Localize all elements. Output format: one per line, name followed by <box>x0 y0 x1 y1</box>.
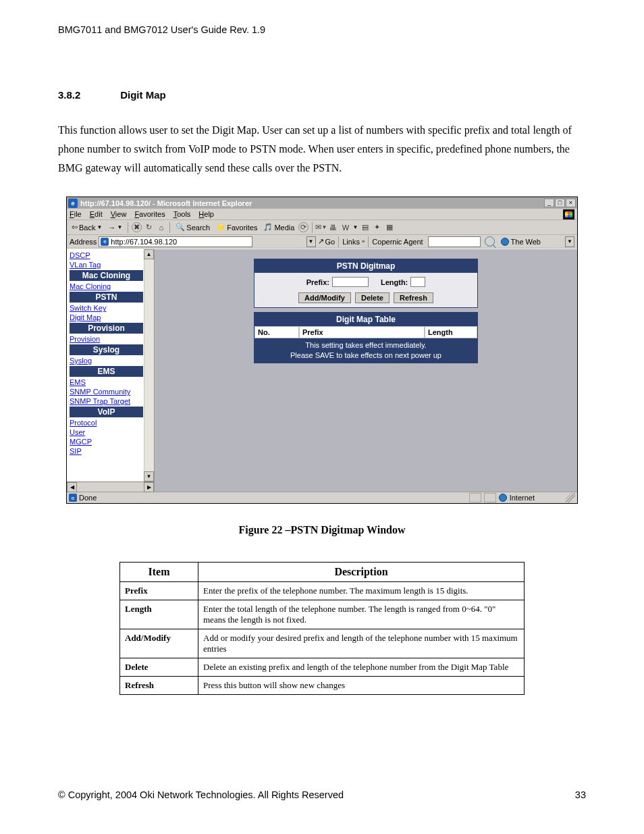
section-number: 3.8.2 <box>58 89 117 101</box>
minimize-button[interactable]: _ <box>544 199 554 207</box>
go-button[interactable]: ↗Go <box>318 237 336 246</box>
table-row: DeleteDelete an existing prefix and leng… <box>120 658 525 677</box>
sidebar-item[interactable]: SNMP Community <box>70 387 143 396</box>
mail-icon[interactable]: ✉▼ <box>316 222 326 232</box>
sidebar-scrollbar[interactable] <box>144 259 154 471</box>
sidebar-item[interactable]: SIP <box>70 446 143 456</box>
window-title: http://67.104.98.120/ - Microsoft Intern… <box>80 199 544 207</box>
favorites-label: Favorites <box>227 224 257 232</box>
sidebar-item[interactable]: DSCP <box>70 251 143 260</box>
prefix-input[interactable] <box>332 277 369 287</box>
figure-caption: Figure 22 –PSTN Digitmap Window <box>58 524 586 536</box>
footer-copyright: © Copyright, 2004 Oki Network Technologi… <box>58 789 344 800</box>
length-label: Length: <box>381 278 408 286</box>
scroll-down-button[interactable]: ▼ <box>144 471 154 481</box>
delete-button[interactable]: Delete <box>355 292 390 303</box>
maximize-button[interactable]: □ <box>555 199 565 207</box>
main-pane: PSTN Digitmap Prefix: Length: Add/Modify… <box>155 249 577 492</box>
table-row: LengthEnter the total length of the tele… <box>120 600 525 629</box>
favorites-button[interactable]: ⭐Favorites <box>214 222 259 232</box>
ie-page-icon: e <box>101 238 109 246</box>
history-icon[interactable]: ⟳ <box>298 222 308 232</box>
search-label: Search <box>186 224 210 232</box>
resize-grip-icon[interactable] <box>566 493 575 502</box>
sidebar-item[interactable]: User <box>70 427 143 437</box>
col-no: No. <box>254 326 299 338</box>
the-web-label: The Web <box>511 238 541 246</box>
menu-item-edit[interactable]: Edit <box>90 210 103 218</box>
status-slot-2 <box>484 493 496 502</box>
menu-item-view[interactable]: View <box>111 210 127 218</box>
links-label[interactable]: Links <box>342 238 360 246</box>
table-row: PrefixEnter the prefix of the telephone … <box>120 582 525 600</box>
sidebar-header: Syslog <box>70 344 143 355</box>
related-icon[interactable]: ✦ <box>372 222 382 232</box>
sidebar-item[interactable]: MGCP <box>70 437 143 446</box>
stop-icon[interactable]: ✖ <box>132 222 142 232</box>
section-paragraph: This function allows user to set the Dig… <box>58 121 586 178</box>
menu-item-tools[interactable]: Tools <box>173 210 191 218</box>
sidebar-item[interactable]: Digit Map <box>70 313 143 322</box>
sidebar-horizontal-scrollbar[interactable]: ◀ ▶ <box>67 481 154 492</box>
prefix-label: Prefix: <box>306 278 329 286</box>
status-slot-1 <box>469 493 481 502</box>
desc-text: Enter the prefix of the telephone number… <box>198 582 525 600</box>
desc-item: Delete <box>120 658 198 677</box>
back-button[interactable]: ⇦ Back ▼ <box>70 222 104 232</box>
notepad-icon[interactable]: ▤ <box>360 222 370 232</box>
length-input[interactable] <box>410 277 425 287</box>
address-dropdown-button[interactable]: ▼ <box>306 236 316 247</box>
desc-item: Length <box>120 600 198 629</box>
menu-item-help[interactable]: Help <box>198 210 214 218</box>
desc-item: Refresh <box>120 677 198 695</box>
menu-item-file[interactable]: File <box>70 210 82 218</box>
print-icon[interactable]: 🖶 <box>328 222 338 232</box>
extra-icon[interactable]: ▦ <box>384 222 394 232</box>
description-table: Item Description PrefixEnter the prefix … <box>119 562 525 695</box>
sidebar-header: EMS <box>70 366 143 377</box>
menubar: FileEditViewFavoritesToolsHelp <box>67 209 577 220</box>
refresh-icon[interactable]: ↻ <box>144 222 154 232</box>
sidebar-item[interactable]: Provision <box>70 334 143 344</box>
running-header: BMG7011 and BMG7012 User's Guide Rev. 1.… <box>58 24 586 35</box>
word-icon[interactable]: W <box>340 222 350 232</box>
table-row: RefreshPress this button will show new c… <box>120 677 525 695</box>
sidebar-item[interactable]: Switch Key <box>70 303 143 313</box>
desc-item: Add/Modify <box>120 629 198 658</box>
desc-header-desc: Description <box>198 563 525 582</box>
refresh-button[interactable]: Refresh <box>394 292 433 303</box>
desc-text: Press this button will show new changes <box>198 677 525 695</box>
sidebar-item[interactable]: EMS <box>70 377 143 387</box>
scroll-left-button[interactable]: ◀ <box>67 482 77 492</box>
media-button[interactable]: 🎵Media <box>261 222 296 232</box>
section-heading: 3.8.2 Digit Map <box>58 89 586 101</box>
address-input[interactable]: e http://67.104.98.120 <box>99 236 252 247</box>
copernic-input[interactable] <box>428 236 481 247</box>
note-line-1: This setting takes effect immediately. <box>257 340 475 350</box>
the-web-selector[interactable]: The Web <box>501 238 541 246</box>
sidebar-item[interactable]: SNMP Trap Target <box>70 396 143 406</box>
dropdown-icon[interactable]: ▼ <box>352 224 358 230</box>
forward-button[interactable]: → ▼ <box>106 223 124 232</box>
add-modify-button[interactable]: Add/Modify <box>298 292 351 303</box>
page-icon: e <box>69 494 77 502</box>
scroll-right-button[interactable]: ▶ <box>144 482 154 492</box>
sidebar-item[interactable]: VLan Tag <box>70 260 143 269</box>
footer-page: 33 <box>575 789 586 800</box>
magnifier-icon[interactable] <box>485 236 495 246</box>
scroll-up-button[interactable]: ▲ <box>144 249 154 259</box>
note-line-2: Please SAVE to take effects on next powe… <box>257 350 475 361</box>
the-web-dropdown-button[interactable]: ▼ <box>565 236 574 247</box>
sidebar-item[interactable]: Protocol <box>70 418 143 427</box>
ie-icon: e <box>68 199 78 208</box>
sidebar-item[interactable]: Syslog <box>70 356 143 365</box>
sidebar-item[interactable]: Mac Cloning <box>70 282 143 291</box>
menu-item-favorites[interactable]: Favorites <box>134 210 165 218</box>
search-button[interactable]: 🔍Search <box>173 222 212 232</box>
address-label: Address <box>70 238 97 246</box>
copernic-label: Copernic Agent <box>372 238 423 246</box>
sidebar-header: VoIP <box>70 407 143 417</box>
close-button[interactable]: × <box>566 199 576 207</box>
home-icon[interactable]: ⌂ <box>156 222 166 232</box>
addressbar: Address e http://67.104.98.120 ▼ ↗Go Lin… <box>67 235 577 249</box>
